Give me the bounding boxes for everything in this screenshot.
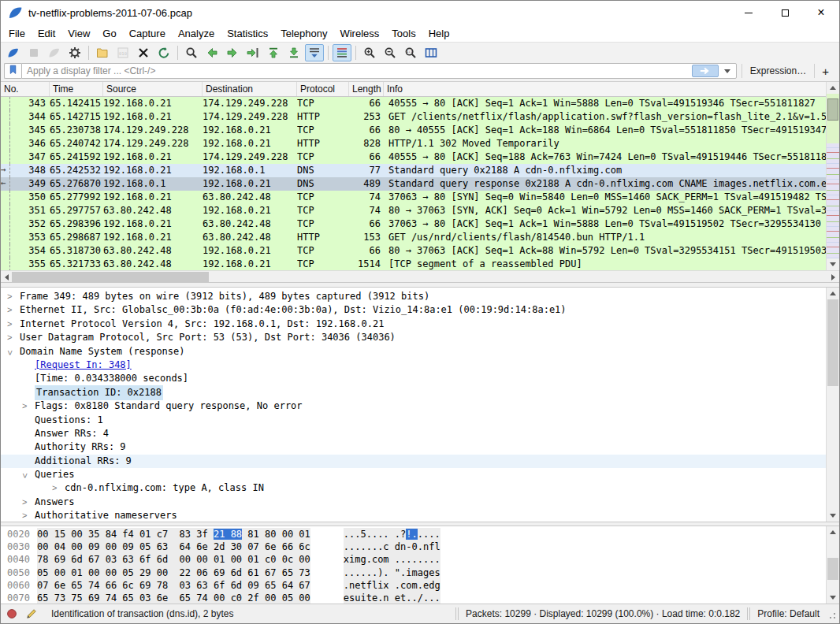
zoom-out-button[interactable] [381,44,400,61]
scroll-up-arrow[interactable] [827,526,839,538]
detail-line[interactable]: >Ethernet II, Src: Globalsc_00:3b:0a (f0… [1,303,839,317]
go-forward-button[interactable] [223,44,242,61]
menu-item-file[interactable]: File [2,26,32,41]
display-filter-input[interactable]: Apply a display filter ... <Ctrl-/> [21,63,737,79]
titlebar[interactable]: tv-netflix-problems-2011-07-06.pcap × [1,1,839,24]
scroll-down-arrow[interactable] [827,592,839,604]
detail-line[interactable]: [Request In: 348] [1,358,839,372]
column-header-no[interactable]: No. [1,82,50,96]
expression-button[interactable]: Expression… [742,64,814,78]
resize-grip[interactable] [826,609,837,620]
detail-line[interactable]: Questions: 1 [1,414,839,427]
apply-filter-button[interactable] [692,65,719,77]
packet-row[interactable]: 34365.142415192.168.0.21174.129.249.228T… [1,97,839,110]
expert-info-button[interactable] [3,606,20,622]
expander-right-icon[interactable]: > [22,509,35,522]
stop-capture-button[interactable] [24,44,43,61]
detail-scrollbar[interactable] [826,288,839,522]
scroll-thumb[interactable] [827,558,838,580]
hex-ascii[interactable]: esuite.n et../... [344,592,440,604]
hex-row[interactable]: 005005 00 01 00 00 05 29 00 22 06 69 6d … [1,566,839,579]
menu-item-analyze[interactable]: Analyze [172,26,221,41]
colorize-button[interactable] [333,44,351,61]
hex-bytes[interactable]: 00 04 00 09 00 09 05 63 64 6e 2d 30 07 6… [37,540,310,553]
hex-ascii[interactable]: ......). ".images [344,566,440,579]
detail-line[interactable]: >Flags: 0x8180 Standard query response, … [1,399,839,413]
packet-list-hscrollbar[interactable] [1,270,839,282]
expander-down-icon[interactable]: > [22,469,35,482]
hex-row[interactable]: 007065 73 75 69 74 65 03 6e 65 74 00 c0 … [1,592,839,604]
go-last-button[interactable] [284,44,303,61]
packet-row[interactable]: 34765.241592192.168.0.21174.129.249.228T… [1,150,839,164]
expander-down-icon[interactable]: > [7,346,20,359]
detail-line[interactable]: >Frame 349: 489 bytes on wire (3912 bits… [1,290,839,303]
hex-row[interactable]: 002000 15 00 35 84 f4 01 c7 83 3f 21 88 … [1,528,839,540]
detail-line[interactable]: >Queries [1,468,839,481]
packet-list-scrollbar[interactable] [826,82,839,270]
menu-item-capture[interactable]: Capture [123,26,172,41]
detail-line[interactable]: Authority RRs: 9 [1,440,839,454]
hex-row[interactable]: 006007 6e 65 74 66 6c 69 78 03 63 6f 6d … [1,579,839,592]
expander-right-icon[interactable]: > [22,496,35,509]
hex-ascii[interactable]: .netflix .com.edg [344,579,440,592]
zoom-in-button[interactable] [360,44,379,61]
packet-row[interactable]: 35565.32173363.80.242.48192.168.0.21TCP1… [1,258,839,271]
auto-scroll-button[interactable] [305,44,324,61]
menu-item-telephony[interactable]: Telephony [274,26,333,41]
hex-bytes[interactable]: 00 15 00 35 84 f4 01 c7 83 3f 21 88 81 8… [37,528,310,540]
packet-row[interactable]: 349←65.276870192.168.0.1192.168.0.21DNS4… [1,177,839,191]
packet-row[interactable]: 34465.142715192.168.0.21174.129.249.228H… [1,110,839,124]
filter-history-dropdown[interactable] [722,65,733,77]
detail-line[interactable]: [Time: 0.034338000 seconds] [1,372,839,385]
hex-row[interactable]: 003000 04 00 09 00 09 05 63 64 6e 2d 30 … [1,540,839,553]
detail-line[interactable]: >cdn-0.nflximg.com: type A, class IN [1,481,839,495]
hex-scrollbar[interactable] [826,526,839,604]
go-back-button[interactable] [203,44,221,61]
scroll-down-arrow[interactable] [827,258,839,270]
packet-row[interactable]: 34565.230738174.129.249.228192.168.0.21T… [1,124,839,137]
hscroll-thumb[interactable] [12,272,209,282]
menu-item-go[interactable]: Go [96,26,122,41]
hex-bytes[interactable]: 05 00 01 00 00 05 29 00 22 06 69 6d 61 6… [37,566,310,579]
packet-minimap[interactable] [827,94,839,258]
profile-label[interactable]: Profile: Default [751,608,826,619]
scroll-thumb[interactable] [827,98,838,121]
save-file-button[interactable]: 010 [113,44,132,61]
detail-line[interactable]: >Domain Name System (response) [1,345,839,358]
capture-options-button[interactable] [65,44,84,61]
menu-item-help[interactable]: Help [422,26,456,41]
hex-ascii[interactable]: ...5.... .?!..... [344,528,440,540]
column-header-time[interactable]: Time [50,82,103,96]
detail-line[interactable]: >Authoritative nameservers [1,509,839,522]
packet-row[interactable]: 35465.31873063.80.242.48192.168.0.21TCP6… [1,244,839,258]
packet-row[interactable]: 35265.298396192.168.0.2163.80.242.48TCP6… [1,217,839,231]
expander-right-icon[interactable]: > [7,303,20,317]
add-filter-button[interactable]: + [814,64,836,78]
scroll-left-arrow[interactable] [1,271,13,283]
zoom-reset-button[interactable]: 1:1 [401,44,420,61]
packet-row[interactable]: 35065.277992192.168.0.2163.80.242.48TCP7… [1,191,839,204]
minimize-button[interactable] [730,1,767,24]
column-header-info[interactable]: Info [384,82,839,96]
menu-item-wireless[interactable]: Wireless [333,26,385,41]
column-header-length[interactable]: Length [349,82,384,96]
hex-ascii[interactable]: ximg.com ........ [344,553,440,566]
close-file-button[interactable] [134,44,153,61]
expander-right-icon[interactable]: > [7,331,20,344]
detail-line[interactable]: Transaction ID: 0x2188 [1,386,839,399]
find-packet-button[interactable] [182,44,201,61]
hex-row[interactable]: 004078 69 6d 67 03 63 6f 6d 00 00 01 00 … [1,553,839,566]
packet-row[interactable]: 35365.298687192.168.0.2163.80.242.48HTTP… [1,231,839,244]
menu-item-tools[interactable]: Tools [385,26,422,41]
go-to-packet-button[interactable] [243,44,262,61]
packet-row[interactable]: 34665.240742174.129.249.228192.168.0.21H… [1,137,839,150]
resize-columns-button[interactable] [422,44,440,61]
expander-right-icon[interactable]: > [52,481,65,495]
detail-line[interactable]: >Answers [1,496,839,509]
detail-line[interactable]: Additional RRs: 9 [1,455,839,468]
menu-item-view[interactable]: View [61,26,96,41]
scroll-thumb[interactable] [827,299,838,386]
detail-line[interactable]: Answer RRs: 4 [1,427,839,440]
expander-right-icon[interactable]: > [7,318,20,331]
pane-splitter-top[interactable] [1,282,839,288]
